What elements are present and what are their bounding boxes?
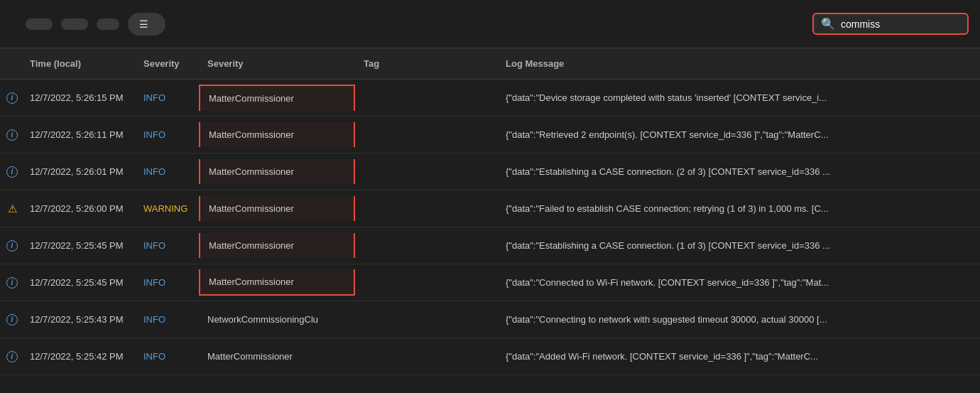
tag-cell: MatterCommissioner: [199, 196, 355, 221]
tag2-cell: [355, 313, 497, 327]
table-row[interactable]: i12/7/2022, 5:25:45 PMINFOMatterCommissi…: [0, 264, 980, 301]
tag-cell: MatterCommissioner: [199, 233, 355, 258]
time-cell: 12/7/2022, 5:25:45 PM: [21, 233, 135, 258]
table-row[interactable]: i12/7/2022, 5:26:15 PMINFOMatterCommissi…: [0, 80, 980, 117]
table-row[interactable]: i12/7/2022, 5:26:11 PMINFOMatterCommissi…: [0, 117, 980, 154]
tag-cell: MatterCommissioner: [199, 344, 355, 369]
message-cell: {"data":"Failed to establish CASE connec…: [497, 196, 980, 221]
info-icon: i: [6, 129, 18, 141]
severity-cell: INFO: [135, 233, 199, 258]
search-icon: 🔍: [821, 17, 835, 31]
severity-cell: INFO: [135, 307, 199, 332]
tag2-cell: [355, 202, 497, 216]
tag2-cell: [355, 350, 497, 364]
table-row[interactable]: ⚠12/7/2022, 5:26:00 PMWARNINGMatterCommi…: [0, 190, 980, 227]
severity-cell: WARNING: [135, 196, 199, 221]
search-input[interactable]: [841, 18, 947, 30]
search-box[interactable]: 🔍: [812, 13, 969, 35]
tag2-cell: [355, 276, 497, 290]
icon-cell: i: [0, 307, 21, 333]
header: ☰ 🔍: [0, 0, 980, 48]
tag-cell: MatterCommissioner: [199, 122, 355, 147]
message-cell: {"data":"Connecting to network with sugg…: [497, 307, 980, 332]
info-icon: i: [6, 240, 18, 252]
time-cell: 12/7/2022, 5:25:42 PM: [21, 344, 135, 369]
download-logs-button[interactable]: [97, 18, 119, 30]
tag2-cell: [355, 165, 497, 179]
table-header: Time (local) Severity Severity Tag Log M…: [0, 48, 980, 80]
severity-cell: INFO: [135, 344, 199, 369]
col-tag: Severity: [199, 55, 355, 72]
table-body: i12/7/2022, 5:26:15 PMINFOMatterCommissi…: [0, 80, 980, 375]
icon-cell: i: [0, 344, 21, 370]
severity-cell: INFO: [135, 85, 199, 110]
message-cell: {"data":"Added Wi-Fi network. [CONTEXT s…: [497, 344, 980, 369]
icon-cell: i: [0, 270, 21, 296]
icon-cell: i: [0, 233, 21, 259]
col-time: Time (local): [21, 55, 135, 72]
info-icon: i: [6, 314, 18, 325]
icon-cell: i: [0, 122, 21, 148]
time-cell: 12/7/2022, 5:25:45 PM: [21, 270, 135, 295]
table-row[interactable]: i12/7/2022, 5:26:01 PMINFOMatterCommissi…: [0, 154, 980, 190]
table-row[interactable]: i12/7/2022, 5:25:43 PMINFONetworkCommiss…: [0, 301, 980, 338]
icon-cell: i: [0, 159, 21, 185]
message-cell: {"data":"Establishing a CASE connection.…: [497, 159, 980, 184]
info-icon: i: [6, 277, 18, 289]
severity-filter-button[interactable]: [61, 18, 88, 30]
time-cell: 12/7/2022, 5:26:00 PM: [21, 196, 135, 221]
time-cell: 12/7/2022, 5:25:43 PM: [21, 307, 135, 332]
tag2-cell: [355, 128, 497, 142]
severity-cell: INFO: [135, 270, 199, 295]
clear-icon: ☰: [139, 18, 148, 30]
log-table: Time (local) Severity Severity Tag Log M…: [0, 48, 980, 375]
message-cell: {"data":"Connected to Wi-Fi network. [CO…: [497, 270, 980, 295]
col-message: Log Message: [497, 55, 980, 72]
tag-cell: MatterCommissioner: [199, 269, 355, 296]
info-icon: i: [6, 166, 18, 178]
info-icon: i: [6, 351, 18, 362]
icon-cell: ⚠: [0, 195, 21, 222]
icon-cell: i: [0, 85, 21, 111]
device-selector-button[interactable]: [26, 18, 53, 30]
time-cell: 12/7/2022, 5:26:11 PM: [21, 122, 135, 147]
col-severity: Severity: [135, 55, 199, 72]
tag-cell: MatterCommissioner: [199, 159, 355, 184]
table-row[interactable]: i12/7/2022, 5:25:42 PMINFOMatterCommissi…: [0, 338, 980, 375]
col-icon: [0, 55, 21, 72]
table-row[interactable]: i12/7/2022, 5:25:45 PMINFOMatterCommissi…: [0, 227, 980, 264]
col-tag2: Tag: [355, 55, 497, 72]
clear-button[interactable]: ☰: [128, 13, 165, 36]
tag2-cell: [355, 239, 497, 253]
warning-icon: ⚠: [6, 203, 18, 215]
message-cell: {"data":"Device storage completed with s…: [497, 85, 980, 110]
info-icon: i: [6, 92, 18, 104]
message-cell: {"data":"Establishing a CASE connection.…: [497, 233, 980, 258]
message-cell: {"data":"Retrieved 2 endpoint(s). [CONTE…: [497, 122, 980, 147]
tag-cell: NetworkCommissioningClu: [199, 307, 355, 332]
time-cell: 12/7/2022, 5:26:01 PM: [21, 159, 135, 184]
severity-cell: INFO: [135, 122, 199, 147]
tag2-cell: [355, 91, 497, 105]
tag-cell: MatterCommissioner: [199, 85, 355, 111]
severity-cell: INFO: [135, 159, 199, 184]
time-cell: 12/7/2022, 5:26:15 PM: [21, 85, 135, 110]
